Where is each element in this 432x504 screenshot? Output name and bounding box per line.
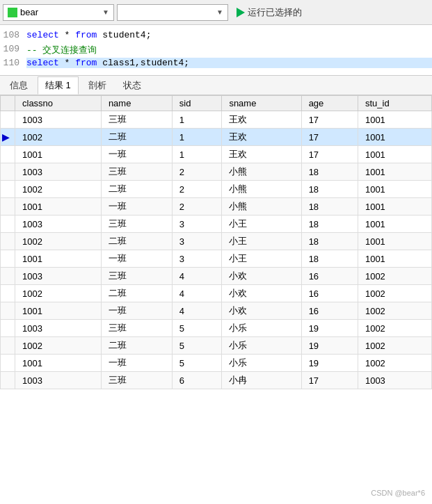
cell-sid: 6 — [172, 372, 222, 389]
cell-classno: 1003 — [15, 163, 102, 181]
cell-name: 一班 — [101, 302, 172, 320]
table-row[interactable]: ▶1002二班1王欢171001 — [1, 129, 432, 146]
table-row[interactable]: 1001一班4小欢161002 — [1, 302, 432, 320]
col-arrow — [1, 96, 15, 111]
line-content-109: -- 交叉连接查询 — [26, 44, 432, 56]
cell-stu_id: 1002 — [358, 320, 431, 337]
table-row[interactable]: 1002二班2小熊181001 — [1, 181, 432, 198]
cell-age: 19 — [301, 355, 358, 372]
results-area: classno name sid sname age stu_id 1003三班… — [0, 95, 432, 389]
schema-dropdown-arrow: ▼ — [216, 8, 223, 16]
cell-stu_id: 1001 — [358, 129, 431, 146]
cell-classno: 1001 — [15, 250, 102, 268]
cell-age: 17 — [301, 129, 358, 146]
cell-age: 18 — [301, 216, 358, 233]
cell-age: 16 — [301, 285, 358, 302]
cell-classno: 1001 — [15, 198, 102, 216]
cell-classno: 1003 — [15, 111, 102, 129]
cell-sname: 小乐 — [222, 355, 301, 372]
results-table: classno name sid sname age stu_id 1003三班… — [0, 95, 432, 389]
cell-classno: 1001 — [15, 302, 102, 320]
cell-name: 三班 — [101, 372, 172, 389]
cell-age: 17 — [301, 372, 358, 389]
cell-sname: 小欢 — [222, 268, 301, 285]
table-row[interactable]: 1003三班4小欢161002 — [1, 268, 432, 285]
table-row[interactable]: 1003三班5小乐191002 — [1, 320, 432, 337]
run-icon — [237, 8, 245, 17]
cell-sname: 王欢 — [222, 129, 301, 146]
table-row[interactable]: 1003三班1王欢171001 — [1, 111, 432, 129]
cell-sname: 小乐 — [222, 337, 301, 355]
schema-selector[interactable]: ▼ — [117, 4, 228, 21]
code-line-108: 108 select * from student4; — [0, 29, 432, 43]
run-button[interactable]: 运行已选择的 — [237, 6, 302, 19]
row-arrow: ▶ — [1, 129, 15, 146]
table-row[interactable]: 1001一班2小熊181001 — [1, 198, 432, 216]
table-row[interactable]: 1003三班6小冉171003 — [1, 372, 432, 389]
top-bar: bear ▼ ▼ 运行已选择的 — [0, 0, 432, 25]
cell-sid: 3 — [172, 233, 222, 250]
row-arrow — [1, 111, 15, 129]
cell-stu_id: 1002 — [358, 285, 431, 302]
col-classno: classno — [15, 96, 102, 111]
cell-sid: 5 — [172, 337, 222, 355]
table-row[interactable]: 1002二班5小乐191002 — [1, 337, 432, 355]
cell-sname: 小乐 — [222, 320, 301, 337]
line-num-108: 108 — [0, 30, 26, 40]
row-arrow — [1, 337, 15, 355]
cell-sid: 5 — [172, 355, 222, 372]
col-age: age — [301, 96, 358, 111]
code-editor[interactable]: 108 select * from student4; 109 -- 交叉连接查… — [0, 25, 432, 76]
cell-name: 二班 — [101, 285, 172, 302]
cell-name: 二班 — [101, 233, 172, 250]
table-row[interactable]: 1003三班2小熊181001 — [1, 163, 432, 181]
table-row[interactable]: 1001一班3小王181001 — [1, 250, 432, 268]
row-arrow — [1, 163, 15, 181]
db-icon — [8, 8, 17, 17]
table-header-row: classno name sid sname age stu_id — [1, 96, 432, 111]
cell-stu_id: 1001 — [358, 111, 431, 129]
cell-classno: 1003 — [15, 216, 102, 233]
cell-sname: 小王 — [222, 216, 301, 233]
cell-sname: 小王 — [222, 250, 301, 268]
cell-sname: 小熊 — [222, 181, 301, 198]
table-row[interactable]: 1003三班3小王181001 — [1, 216, 432, 233]
cell-age: 18 — [301, 181, 358, 198]
cell-age: 19 — [301, 337, 358, 355]
col-stu_id: stu_id — [358, 96, 431, 111]
cell-stu_id: 1001 — [358, 233, 431, 250]
cell-sname: 小冉 — [222, 372, 301, 389]
cell-stu_id: 1002 — [358, 337, 431, 355]
db-selector[interactable]: bear ▼ — [3, 4, 114, 21]
cell-name: 三班 — [101, 163, 172, 181]
table-row[interactable]: 1001一班1王欢171001 — [1, 146, 432, 163]
table-row[interactable]: 1002二班3小王181001 — [1, 233, 432, 250]
cell-sname: 小熊 — [222, 198, 301, 216]
tab-info[interactable]: 信息 — [3, 77, 35, 94]
cell-age: 17 — [301, 146, 358, 163]
tab-analyze[interactable]: 剖析 — [81, 77, 113, 94]
cell-classno: 1002 — [15, 233, 102, 250]
cell-classno: 1002 — [15, 285, 102, 302]
cell-age: 17 — [301, 111, 358, 129]
cell-sname: 小欢 — [222, 302, 301, 320]
cell-stu_id: 1001 — [358, 216, 431, 233]
cell-age: 18 — [301, 250, 358, 268]
watermark: CSDN @bear*6 — [371, 489, 425, 497]
cell-sid: 1 — [172, 111, 222, 129]
cell-classno: 1001 — [15, 355, 102, 372]
row-arrow — [1, 250, 15, 268]
cell-sname: 小欢 — [222, 285, 301, 302]
code-line-110: 110 select * from class1,student4; — [0, 57, 432, 71]
table-row[interactable]: 1001一班5小乐191002 — [1, 355, 432, 372]
cell-stu_id: 1002 — [358, 268, 431, 285]
cell-name: 三班 — [101, 320, 172, 337]
tab-status[interactable]: 状态 — [116, 77, 148, 94]
row-arrow — [1, 233, 15, 250]
cell-name: 二班 — [101, 129, 172, 146]
row-arrow — [1, 285, 15, 302]
col-sname: sname — [222, 96, 301, 111]
tab-result1[interactable]: 结果 1 — [38, 76, 79, 95]
row-arrow — [1, 268, 15, 285]
table-row[interactable]: 1002二班4小欢161002 — [1, 285, 432, 302]
